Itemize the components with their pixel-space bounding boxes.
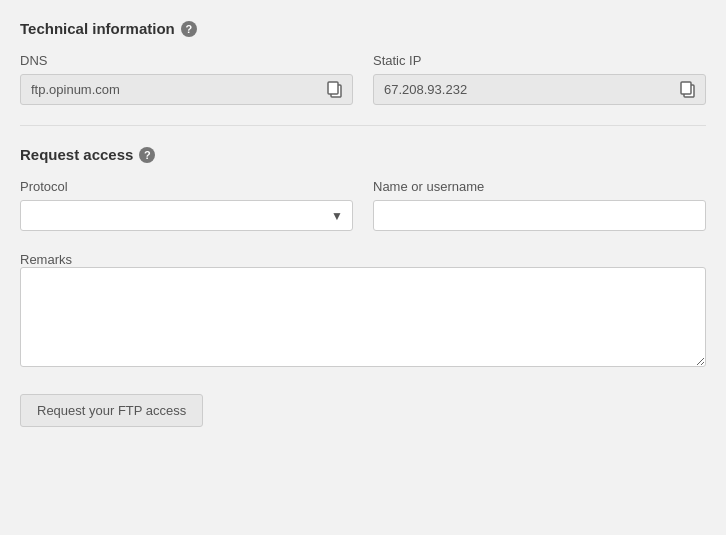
static-ip-input-wrapper: 67.208.93.232	[373, 74, 706, 105]
dns-label: DNS	[20, 53, 353, 68]
remarks-textarea[interactable]	[20, 267, 706, 367]
static-ip-label: Static IP	[373, 53, 706, 68]
technical-info-section: Technical information ? DNS ftp.opinum.c…	[20, 20, 706, 105]
remarks-label: Remarks	[20, 252, 72, 267]
static-ip-field-group: Static IP 67.208.93.232	[373, 53, 706, 105]
technical-info-title: Technical information ?	[20, 20, 706, 37]
technical-info-title-text: Technical information	[20, 20, 175, 37]
request-access-help-icon[interactable]: ?	[139, 147, 155, 163]
request-access-section: Request access ? Protocol FTP SFTP FTPS …	[20, 146, 706, 427]
username-label: Name or username	[373, 179, 706, 194]
request-ftp-access-button[interactable]: Request your FTP access	[20, 394, 203, 427]
request-access-title: Request access ?	[20, 146, 706, 163]
username-input[interactable]	[373, 200, 706, 231]
protocol-select-wrapper: FTP SFTP FTPS ▼	[20, 200, 353, 231]
static-ip-value: 67.208.93.232	[373, 74, 706, 105]
request-access-fields-row: Protocol FTP SFTP FTPS ▼ Name or usernam…	[20, 179, 706, 231]
dns-field-group: DNS ftp.opinum.com	[20, 53, 353, 105]
technical-info-help-icon[interactable]: ?	[181, 21, 197, 37]
svg-rect-1	[328, 82, 338, 94]
section-divider	[20, 125, 706, 126]
copy-static-ip-icon	[680, 81, 696, 99]
protocol-label: Protocol	[20, 179, 353, 194]
static-ip-copy-button[interactable]	[676, 79, 700, 101]
dns-copy-button[interactable]	[323, 79, 347, 101]
technical-info-fields: DNS ftp.opinum.com Static IP 67.208.93.2…	[20, 53, 706, 105]
copy-dns-icon	[327, 81, 343, 99]
protocol-select[interactable]: FTP SFTP FTPS	[20, 200, 353, 231]
protocol-field-group: Protocol FTP SFTP FTPS ▼	[20, 179, 353, 231]
username-field-group: Name or username	[373, 179, 706, 231]
request-access-title-text: Request access	[20, 146, 133, 163]
remarks-field-group: Remarks	[20, 251, 706, 370]
svg-rect-3	[681, 82, 691, 94]
dns-input-wrapper: ftp.opinum.com	[20, 74, 353, 105]
dns-value: ftp.opinum.com	[20, 74, 353, 105]
